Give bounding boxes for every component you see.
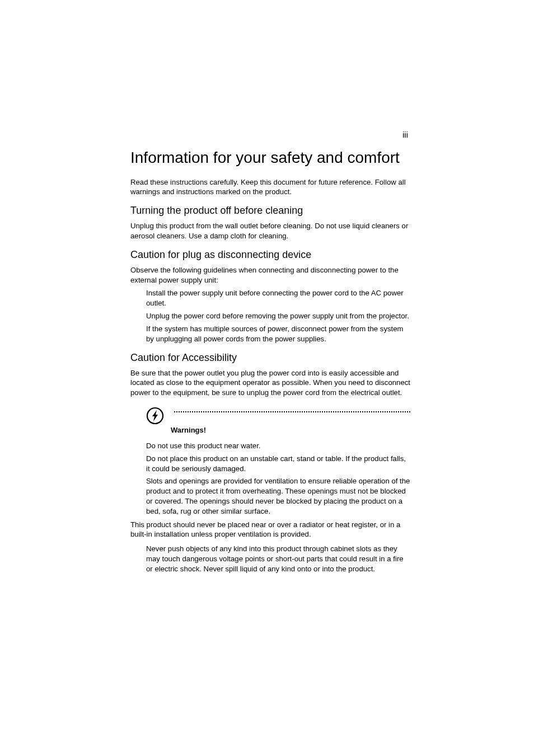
- list-item: Unplug the power cord before removing th…: [146, 311, 410, 321]
- list-item: If the system has multiple sources of po…: [146, 324, 410, 344]
- warnings-label: Warnings!: [171, 426, 410, 434]
- page-content: Information for your safety and comfort …: [130, 148, 410, 577]
- mid-paragraph: This product should never be placed near…: [130, 520, 410, 540]
- intro-paragraph: Read these instructions carefully. Keep …: [130, 177, 410, 198]
- lightning-icon: [146, 407, 164, 425]
- section-heading-accessibility: Caution for Accessibility: [130, 352, 410, 364]
- list-item: Slots and openings are provided for vent…: [146, 476, 410, 516]
- section-heading-plug: Caution for plug as disconnecting device: [130, 249, 410, 261]
- list-item: Do not place this product on an unstable…: [146, 454, 410, 474]
- bullet-list: Do not use this product near water. Do n…: [146, 441, 410, 516]
- page-number: iii: [402, 130, 408, 139]
- dotted-divider: [174, 411, 410, 412]
- section-body: Observe the following guidelines when co…: [130, 265, 410, 285]
- section-heading-cleaning: Turning the product off before cleaning: [130, 205, 410, 217]
- list-item: Do not use this product near water.: [146, 441, 410, 451]
- section-body: Be sure that the power outlet you plug t…: [130, 368, 410, 398]
- list-item: Install the power supply unit before con…: [146, 288, 410, 308]
- section-body: Unplug this product from the wall outlet…: [130, 221, 410, 241]
- warning-header: [146, 407, 410, 425]
- bullet-list: Never push objects of any kind into this…: [146, 544, 410, 574]
- bullet-list: Install the power supply unit before con…: [146, 288, 410, 344]
- page-title: Information for your safety and comfort: [130, 148, 410, 167]
- list-item: Never push objects of any kind into this…: [146, 544, 410, 574]
